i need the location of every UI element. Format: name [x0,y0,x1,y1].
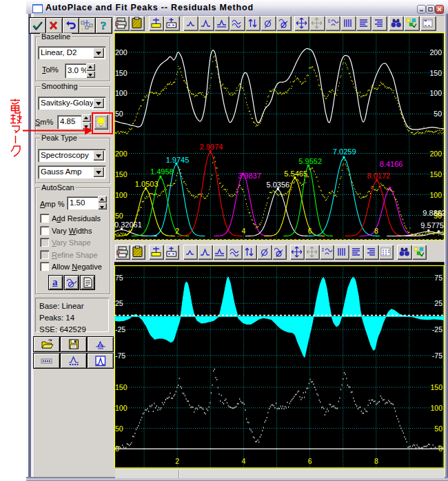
svg-text:-75: -75 [432,351,442,360]
svg-text:25: 25 [115,299,123,307]
svg-text:75: 75 [115,274,123,282]
svg-text:-25: -25 [115,325,125,334]
svg-text:-75: -75 [115,351,125,360]
svg-text:0: 0 [115,444,119,453]
svg-text:100: 100 [115,404,128,412]
svg-text:25: 25 [434,299,442,307]
svg-text:8: 8 [374,457,378,465]
svg-text:75: 75 [434,274,442,282]
svg-text:-25: -25 [432,325,442,334]
svg-text:150: 150 [115,383,128,391]
svg-text:100: 100 [430,404,442,412]
svg-text:50: 50 [434,424,442,433]
svg-text:4: 4 [241,457,245,465]
svg-text:6: 6 [308,457,312,465]
svg-text:0: 0 [438,444,442,453]
svg-text:150: 150 [430,383,442,391]
svg-text:50: 50 [115,424,123,433]
svg-text:2: 2 [175,457,179,465]
